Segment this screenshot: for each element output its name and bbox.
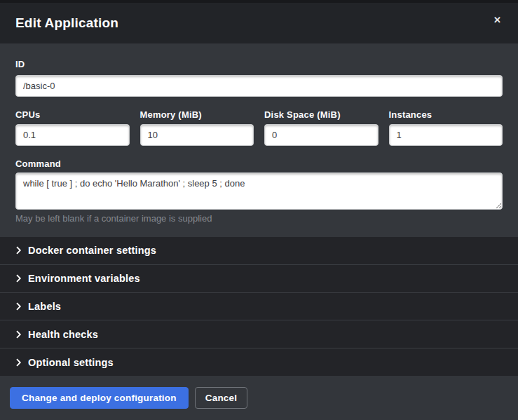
form-body: ID CPUs Memory (MiB) Disk Space (MiB) In… [0, 43, 518, 237]
command-field-group: Command while [ true ] ; do echo 'Hello … [15, 158, 503, 224]
instances-label: Instances [389, 109, 503, 120]
section-label: Docker container settings [28, 245, 156, 256]
section-optional-settings[interactable]: Optional settings [0, 348, 518, 376]
instances-input[interactable] [389, 124, 503, 146]
chevron-right-icon [15, 274, 22, 283]
disk-input[interactable] [264, 124, 379, 146]
section-docker-container-settings[interactable]: Docker container settings [0, 237, 518, 265]
section-environment-variables[interactable]: Environment variables [0, 265, 518, 293]
memory-input[interactable] [140, 124, 254, 146]
cancel-button[interactable]: Cancel [195, 387, 247, 409]
modal-footer: Change and deploy configuration Cancel [0, 376, 518, 420]
section-label: Labels [28, 301, 61, 312]
section-health-checks[interactable]: Health checks [0, 320, 518, 348]
chevron-right-icon [15, 246, 22, 255]
chevron-right-icon [15, 302, 22, 311]
section-label: Health checks [28, 329, 98, 340]
section-label: Optional settings [28, 357, 114, 368]
close-icon[interactable]: ✕ [491, 13, 504, 27]
command-textarea[interactable]: while [ true ] ; do echo 'Hello Marathon… [15, 172, 503, 210]
id-label: ID [15, 59, 503, 69]
disk-label: Disk Space (MiB) [264, 109, 379, 120]
section-label: Environment variables [28, 273, 140, 284]
chevron-right-icon [15, 358, 22, 367]
cpus-input[interactable] [15, 124, 130, 146]
id-input[interactable] [15, 75, 503, 97]
command-label: Command [15, 158, 503, 169]
section-labels[interactable]: Labels [0, 293, 518, 321]
instances-field-group: Instances [389, 109, 503, 146]
change-and-deploy-button[interactable]: Change and deploy configuration [10, 387, 189, 409]
accordion-sections: Docker container settings Environment va… [0, 237, 518, 376]
modal-header: Edit Application ✕ [0, 3, 518, 43]
command-help-text: May be left blank if a container image i… [15, 213, 503, 224]
cpus-field-group: CPUs [15, 109, 130, 146]
modal-title: Edit Application [15, 15, 118, 31]
chevron-right-icon [15, 330, 22, 339]
resources-row: CPUs Memory (MiB) Disk Space (MiB) Insta… [15, 109, 503, 146]
memory-field-group: Memory (MiB) [140, 109, 254, 146]
cpus-label: CPUs [15, 109, 130, 120]
edit-application-modal: Edit Application ✕ ID CPUs Memory (MiB) … [0, 0, 518, 420]
id-field-group: ID [15, 59, 503, 97]
disk-field-group: Disk Space (MiB) [264, 109, 379, 146]
memory-label: Memory (MiB) [140, 109, 254, 120]
